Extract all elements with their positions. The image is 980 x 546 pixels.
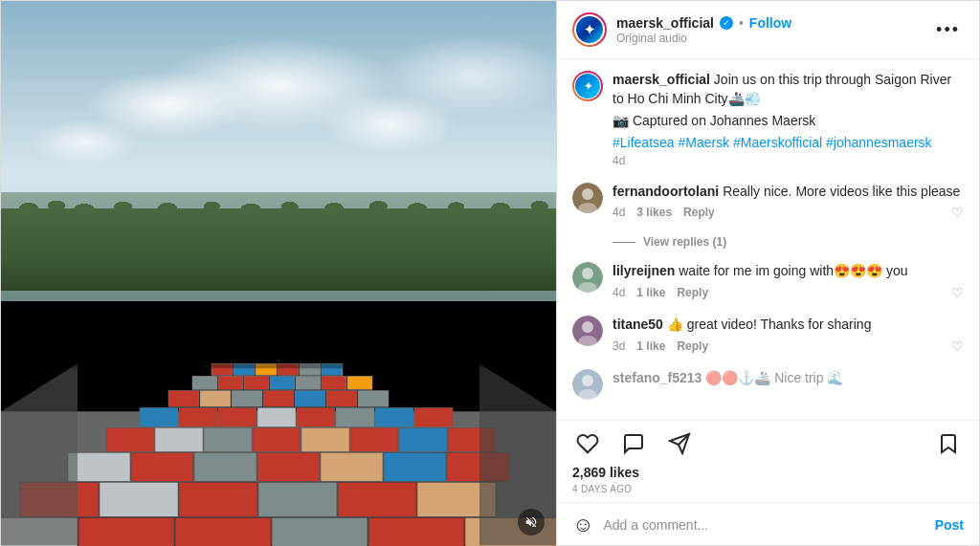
svg-point-62 [578, 282, 597, 293]
commenter-username: lilyreijnen [612, 263, 675, 278]
svg-rect-23 [218, 408, 256, 427]
comment-input[interactable] [603, 517, 924, 533]
post-time: 4d [612, 154, 625, 167]
bookmark-button[interactable] [933, 428, 964, 459]
svg-marker-56 [1, 364, 78, 546]
likes-count: 2,869 likes [572, 465, 964, 480]
svg-rect-19 [326, 391, 357, 407]
view-replies-line [612, 242, 635, 243]
svg-rect-13 [347, 377, 372, 390]
reply-button[interactable]: Reply [677, 286, 708, 299]
svg-rect-53 [272, 518, 368, 546]
comments-section: ✦ maersk_official Join us on this trip t… [557, 59, 979, 420]
svg-rect-32 [253, 428, 301, 452]
svg-point-60 [578, 203, 597, 213]
post-comment-button[interactable]: Post [935, 517, 964, 533]
like-button[interactable] [572, 428, 603, 459]
svg-rect-51 [78, 518, 174, 546]
svg-rect-21 [140, 408, 178, 427]
svg-rect-20 [358, 391, 389, 407]
action-icons [572, 428, 964, 459]
comment-like-button[interactable]: ♡ [951, 285, 964, 300]
svg-rect-7 [192, 377, 217, 390]
comment-avatar [572, 183, 603, 213]
svg-rect-22 [179, 408, 217, 427]
comment-text: Really nice. More videos like this pleas… [723, 184, 960, 199]
svg-rect-18 [295, 391, 325, 407]
comment-time: 3d [612, 339, 625, 353]
comment-body-faded: stefano_f5213 🔴🔴⚓🚢 Nice trip 🌊 [612, 369, 964, 400]
svg-rect-45 [100, 483, 178, 517]
svg-rect-25 [297, 408, 335, 427]
commenter-username: titane50 [612, 317, 663, 332]
svg-rect-48 [338, 483, 416, 517]
add-comment-bar: ☺ Post [557, 502, 979, 546]
svg-point-65 [582, 375, 593, 386]
svg-rect-33 [301, 428, 349, 452]
actions-bar: 2,869 likes 4 DAYS AGO [557, 420, 979, 502]
svg-rect-8 [218, 377, 243, 390]
username: maersk_official [616, 15, 714, 31]
svg-rect-58 [1, 364, 556, 369]
comment-item: titane50 👍 great video! Thanks for shari… [572, 316, 964, 354]
comment-body: fernandoortolani Really nice. More video… [612, 183, 964, 221]
svg-rect-38 [131, 453, 193, 482]
subtext: Original audio [616, 32, 923, 45]
svg-rect-16 [232, 391, 262, 407]
comment-like-button[interactable]: ♡ [951, 339, 964, 354]
view-replies[interactable]: View replies (1) [612, 235, 964, 249]
comment-meta: 3d 1 like Reply ♡ [612, 339, 964, 354]
svg-rect-34 [350, 428, 398, 452]
caption-logo-icon: ✦ [575, 74, 600, 98]
more-options-button[interactable]: ••• [932, 16, 964, 44]
svg-rect-14 [168, 391, 199, 407]
avatar-placeholder [572, 369, 603, 400]
svg-rect-24 [257, 408, 296, 427]
caption-avatar: ✦ [572, 71, 603, 101]
caption-extra: 📷 Captured on Johannes Maersk [612, 112, 964, 131]
reply-button[interactable]: Reply [683, 206, 715, 219]
comment-avatar [572, 316, 603, 346]
svg-point-63 [582, 321, 593, 333]
reply-button[interactable]: Reply [677, 339, 708, 353]
comment-item: fernandoortolani Really nice. More video… [572, 183, 964, 221]
avatar: ✦ [572, 12, 607, 47]
share-button[interactable] [664, 428, 695, 459]
comment-likes: 1 like [636, 339, 665, 353]
comment-avatar-faded [572, 369, 603, 400]
comment-time: 4d [612, 206, 625, 219]
svg-rect-27 [375, 408, 413, 427]
video-panel [1, 1, 556, 546]
svg-rect-54 [368, 518, 464, 546]
comment-text: waite for me im going with😍😍😍 you [679, 263, 907, 278]
svg-rect-47 [258, 483, 337, 517]
follow-button[interactable]: Follow [749, 15, 791, 31]
verified-badge-icon: ✓ [720, 16, 733, 30]
svg-rect-11 [296, 377, 321, 390]
svg-rect-31 [204, 428, 252, 452]
comment-item: lilyreijnen waite for me im going with😍😍… [572, 262, 964, 300]
comment-text-faded: 🔴🔴⚓🚢 Nice trip 🌊 [705, 370, 843, 385]
comment-like-button[interactable]: ♡ [951, 205, 964, 220]
avatar-placeholder [572, 262, 603, 293]
maersk-logo-icon: ✦ [576, 16, 603, 43]
hashtags: #Lifeatsea #Maersk #Maerskofficial #joha… [612, 135, 964, 150]
svg-rect-41 [321, 453, 383, 482]
svg-rect-52 [175, 518, 271, 546]
svg-rect-12 [322, 377, 346, 390]
comment-button[interactable] [618, 428, 649, 459]
dot-separator: • [739, 15, 744, 31]
svg-point-61 [582, 268, 593, 279]
svg-rect-28 [414, 408, 453, 427]
emoji-button[interactable]: ☺ [572, 513, 593, 537]
post-header: ✦ maersk_official ✓ • Follow Original au… [557, 1, 979, 59]
svg-rect-39 [194, 453, 256, 482]
svg-point-59 [582, 188, 593, 200]
caption-meta: 4d [612, 154, 964, 167]
svg-rect-46 [179, 483, 257, 517]
svg-rect-26 [336, 408, 374, 427]
caption-username: maersk_official [612, 72, 710, 87]
mute-button[interactable] [518, 509, 545, 535]
svg-point-64 [578, 336, 597, 346]
comment-likes: 1 like [636, 286, 665, 299]
